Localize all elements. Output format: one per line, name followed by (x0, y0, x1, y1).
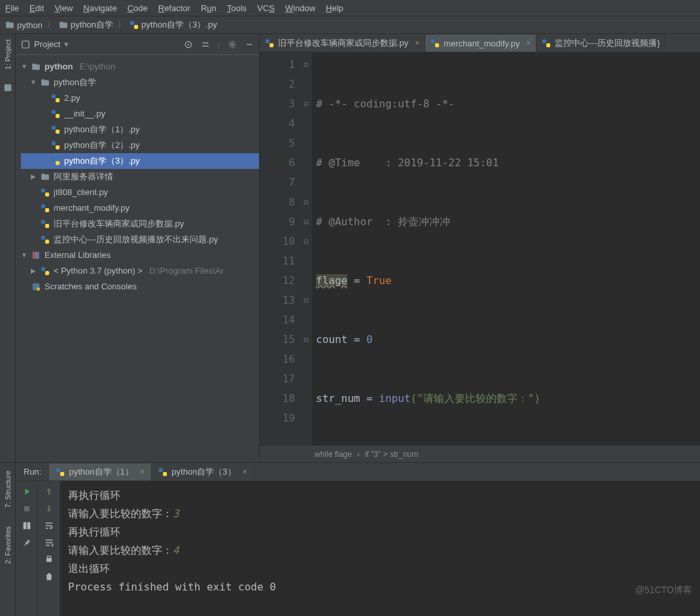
tree-file[interactable]: merchant_modify.py (21, 200, 259, 216)
folder-icon (59, 20, 68, 29)
editor-breadcrumb: while flage›if "3" > str_num (260, 445, 700, 462)
svg-rect-45 (46, 558, 52, 562)
arrow-down-icon[interactable] (44, 503, 54, 514)
left-tool-strip-bottom: 7: Structure 2: Favorites (0, 463, 16, 616)
tree-file[interactable]: jt808_client.py (21, 185, 259, 200)
gear-icon[interactable] (228, 40, 237, 49)
project-title[interactable]: Project ▾ (21, 39, 184, 49)
svg-rect-12 (56, 130, 60, 134)
crumb-folder[interactable]: python自学 (59, 19, 113, 31)
menu-help[interactable]: Help (326, 3, 343, 13)
tree-python-env[interactable]: ▶< Python 3.7 (python) >D:\Program Files… (21, 263, 259, 279)
menu-edit[interactable]: Edit (29, 3, 44, 13)
tree-folder[interactable]: ▶阿里服务器详情 (21, 169, 259, 185)
arrow-up-icon[interactable] (44, 486, 54, 497)
tool-project[interactable]: 1: Project (4, 37, 12, 72)
python-icon (41, 219, 50, 228)
menu-tools[interactable]: Tools (227, 3, 247, 13)
tree-file-selected[interactable]: python自学（3）.py (21, 153, 259, 169)
svg-rect-19 (41, 204, 45, 208)
python-icon (430, 39, 440, 48)
svg-rect-32 (266, 39, 270, 43)
run-tab[interactable]: python自学（3）× (152, 463, 254, 480)
svg-rect-13 (52, 141, 56, 145)
python-icon (41, 204, 50, 213)
run-panel: 7: Structure 2: Favorites Run: python自学（… (0, 462, 700, 616)
wrap-icon[interactable] (44, 520, 54, 531)
menu-run[interactable]: Run (201, 3, 217, 13)
close-icon[interactable]: × (243, 467, 248, 477)
chevron-down-icon: ▾ (64, 39, 69, 49)
menu-view[interactable]: View (54, 3, 73, 13)
locate-icon[interactable] (184, 40, 193, 49)
editor-tab[interactable]: 监控中心---历史回放视频播} (536, 35, 665, 52)
menu-code[interactable]: Code (128, 3, 148, 13)
close-icon[interactable]: × (140, 467, 145, 477)
collapse-icon[interactable] (201, 40, 210, 49)
menu-vcs[interactable]: VCS (257, 3, 275, 13)
run-controls (16, 481, 38, 616)
svg-rect-35 (435, 43, 439, 47)
svg-rect-39 (60, 472, 64, 476)
layout-icon[interactable] (22, 520, 32, 531)
svg-rect-43 (23, 522, 26, 530)
svg-rect-26 (35, 252, 37, 259)
python-icon (41, 188, 50, 197)
python-icon (41, 266, 50, 276)
fold-column[interactable]: ⊟⊟⊟⊟⊟⊟⊟ (300, 52, 312, 445)
scroll-icon[interactable] (44, 537, 54, 548)
editor-tab[interactable]: 旧平台修改车辆商家或同步数据.py× (260, 35, 425, 52)
svg-rect-33 (270, 43, 273, 47)
svg-rect-0 (130, 21, 134, 25)
folder-icon (5, 20, 14, 29)
print-icon[interactable] (44, 554, 54, 565)
tool-structure[interactable]: 7: Structure (4, 468, 12, 511)
tool-icon[interactable] (3, 82, 13, 93)
tree-file[interactable]: python自学（2）.py (21, 137, 259, 153)
run-label: Run: (16, 467, 49, 477)
crumb-root-label: python (17, 20, 43, 30)
menu-window[interactable]: Window (285, 3, 315, 13)
svg-rect-10 (56, 114, 60, 118)
tree-file[interactable]: 监控中心---历史回放视频播放不出来问题.py (21, 232, 259, 247)
tree-file[interactable]: 旧平台修改车辆商家或同步数据.py (21, 216, 259, 232)
tree-file[interactable]: 2.py (21, 90, 259, 106)
svg-rect-24 (45, 240, 49, 244)
run-tab[interactable]: python自学（1）× (49, 463, 152, 480)
tree-root[interactable]: ▼pythonE:\python (21, 59, 259, 75)
pin-icon[interactable] (22, 537, 32, 548)
menu-file[interactable]: File (5, 3, 19, 13)
close-icon[interactable]: × (526, 39, 531, 48)
stop-icon[interactable] (22, 503, 32, 514)
svg-rect-46 (47, 556, 50, 558)
python-icon (542, 39, 551, 48)
crumb-sep-icon: 〉 (117, 19, 126, 31)
menu-refactor[interactable]: Refactor (158, 3, 190, 13)
tool-favorites[interactable]: 2: Favorites (4, 524, 12, 566)
svg-rect-29 (45, 271, 49, 275)
code-area[interactable]: 12345678910111213141516171819 ⊟⊟⊟⊟⊟⊟⊟ # … (260, 52, 700, 445)
tree-file[interactable]: python自学（1）.py (21, 122, 259, 137)
trash-icon[interactable] (44, 571, 54, 582)
tree-scratches[interactable]: Scratches and Consoles (21, 279, 259, 295)
svg-rect-38 (56, 467, 60, 471)
minimize-icon[interactable] (245, 40, 254, 49)
crumb-root[interactable]: python (5, 20, 43, 30)
console-output[interactable]: 再执行循环请输入要比较的数字：3再执行循环请输入要比较的数字：4退出循环Proc… (60, 481, 700, 616)
svg-point-5 (187, 43, 188, 45)
play-icon[interactable] (22, 486, 32, 497)
crumb-file[interactable]: python自学（3）.py (130, 19, 217, 31)
code-text[interactable]: # -*- coding:utf-8 -*- # @Time : 2019-11… (312, 52, 700, 445)
project-tree[interactable]: ▼pythonE:\python ▼python自学 2.py __init__… (16, 55, 259, 299)
svg-rect-41 (163, 472, 167, 476)
crumb-folder-label: python自学 (71, 19, 113, 31)
close-icon[interactable]: × (415, 39, 419, 48)
editor-tab[interactable]: merchant_modify.py× (425, 35, 536, 52)
python-icon (56, 467, 65, 477)
tree-folder[interactable]: ▼python自学 (21, 75, 259, 90)
python-icon (41, 235, 50, 244)
menu-navigate[interactable]: Navigate (83, 3, 116, 13)
tree-file[interactable]: __init__.py (21, 106, 259, 122)
tree-external[interactable]: ▼External Libraries (21, 247, 259, 263)
svg-rect-34 (431, 39, 435, 43)
